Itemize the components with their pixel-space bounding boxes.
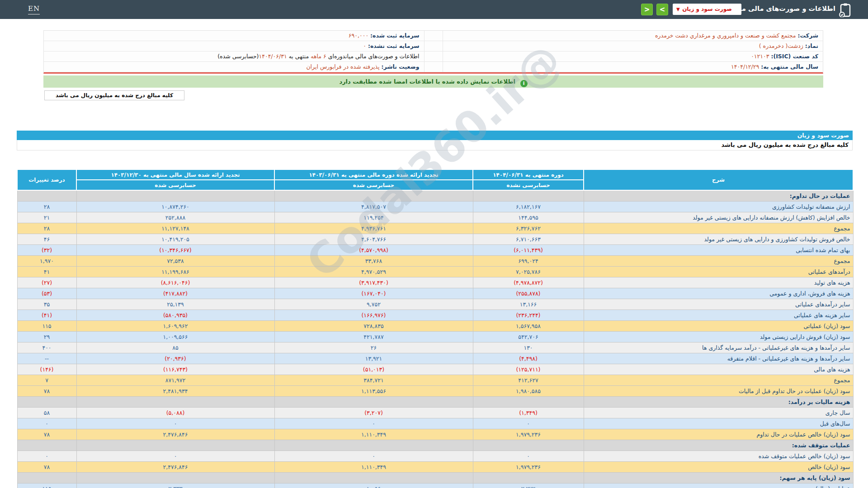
value-1404: ۱۴۴,۵۹۵ bbox=[473, 212, 584, 223]
value-1403-yr: (۲۰,۹۳۶) bbox=[76, 353, 274, 364]
pct-change bbox=[17, 440, 76, 450]
value-1403-6m bbox=[274, 440, 473, 450]
row-label: سود (زیان) خالص عملیات متوقف شده bbox=[584, 450, 853, 461]
value-1404: (۲۵۵,۸۷۸) bbox=[473, 288, 584, 299]
top-navigation-bar: EN اطلاعات و صورت‌های مالی میاندوره‌ای ص… bbox=[0, 0, 868, 19]
pct-change: ۲۸ bbox=[17, 223, 76, 234]
value-1403-yr: ۱۰,۸۷۴,۲۶۰ bbox=[76, 201, 274, 212]
company-info-cell: کد صنعت (ISIC): ۰۱۲۱۰۳ bbox=[443, 52, 823, 62]
value-1404: (۱۲۵,۷۱۱) bbox=[473, 364, 584, 375]
previous-statement-button[interactable]: < bbox=[641, 4, 653, 15]
row-label: مجموع bbox=[584, 255, 853, 266]
info-icon: i bbox=[520, 80, 528, 87]
report-type-value: صورت سود و زیان bbox=[682, 6, 732, 12]
col-subheader-1403-yr-audit: حسابرسی شده bbox=[76, 180, 274, 190]
value-1403-6m: (۱۶۶,۹۷۶) bbox=[274, 310, 473, 320]
table-row: هزینه های فروش، اداری و عمومی(۲۵۵,۸۷۸)(۱… bbox=[17, 288, 853, 299]
next-statement-button[interactable]: > bbox=[656, 4, 668, 15]
pct-change bbox=[17, 190, 76, 201]
value-1403-6m: ۷۲۸,۸۳۵ bbox=[274, 320, 473, 331]
pct-change: ۱,۹۷۰ bbox=[17, 255, 76, 266]
value-1404: (۴,۴۹۸) bbox=[473, 353, 584, 364]
value-1403-6m: ۱,۰۵۶ bbox=[274, 483, 473, 488]
row-label: عملیاتی (ریال) bbox=[584, 483, 853, 488]
pct-change: ۲۸ bbox=[17, 201, 76, 212]
col-header-1404[interactable]: دوره منتهی به ۱۴۰۴/۰۶/۳۱ bbox=[473, 169, 584, 180]
pct-change: ۱۱۵ bbox=[17, 483, 76, 488]
company-info-cell: نماد: زدشت( دخرمدره ) bbox=[443, 41, 823, 52]
value-1403-6m bbox=[274, 472, 473, 483]
pct-change: ۲۱ bbox=[17, 212, 76, 223]
value-1404: ۱۳,۱۶۶ bbox=[473, 299, 584, 310]
value-1404: (۶,۰۱۱,۴۳۹) bbox=[473, 244, 584, 255]
value-1403-6m: (۴,۵۷۰,۹۹۸) bbox=[274, 244, 473, 255]
value-1404: ۶۹۹,۰۲۴ bbox=[473, 255, 584, 266]
pct-change bbox=[17, 472, 76, 483]
table-row: سایر درآمدها و هزینه های غیرعملیاتی - اق… bbox=[17, 353, 853, 364]
company-info-cell: شرکت: مجتمع کشت و صنعت و دامپروري و مرغد… bbox=[443, 31, 823, 41]
value-1404: ۲,۲۷۲ bbox=[473, 483, 584, 488]
row-label: سایر درآمدها و هزینه های غیرعملیاتی - اق… bbox=[584, 353, 853, 364]
statement-title-bar: صورت سود و زیان bbox=[17, 131, 853, 140]
pct-change: ۷۸ bbox=[17, 385, 76, 396]
chevron-left-icon: < bbox=[644, 5, 650, 14]
row-label: مجموع bbox=[584, 375, 853, 385]
value-1404: ۰ bbox=[473, 418, 584, 429]
value-1403-yr: ۷۲,۵۳۸ bbox=[76, 255, 274, 266]
company-info-cell: سال مالی منتهی به: ۱۴۰۴/۱۲/۲۹ bbox=[443, 62, 823, 72]
section-row: عملیات در حال تداوم: bbox=[17, 190, 853, 201]
col-header-pct-change[interactable]: درصد تغییرات bbox=[17, 169, 76, 190]
row-label: خالص فروش تولیدات کشاورزی و دارایی های ز… bbox=[584, 234, 853, 244]
value-1403-yr: (۱۰,۳۴۶,۶۶۷) bbox=[76, 244, 274, 255]
col-header-1403-6m[interactable]: تجدید ارائه شده دوره مالی منتهی به ۱۴۰۳/… bbox=[274, 169, 473, 180]
value-1403-yr bbox=[76, 396, 274, 407]
value-1404: ۷,۰۲۵,۷۸۶ bbox=[473, 266, 584, 277]
value-1403-yr bbox=[76, 190, 274, 201]
signed-info-alert-text: اطلاعات نمایش داده شده با اطلاعات امضا ش… bbox=[339, 78, 515, 85]
value-1403-6m: (۵۱,۰۱۳) bbox=[274, 364, 473, 375]
value-1403-yr: (۴۱۷,۸۸۲) bbox=[76, 288, 274, 299]
language-en-link[interactable]: EN bbox=[28, 5, 40, 14]
value-1403-yr bbox=[76, 440, 274, 450]
report-type-dropdown[interactable]: صورت سود و زیان ▼ bbox=[673, 4, 741, 15]
section-row: عملیات متوقف شده: bbox=[17, 440, 853, 450]
value-1403-yr: ۲,۴۷۶,۸۴۶ bbox=[76, 429, 274, 440]
value-1403-6m: ۲۶ bbox=[274, 342, 473, 353]
pct-change: ۵۸ bbox=[17, 407, 76, 418]
table-row: عملیاتی (ریال)۲,۲۷۲۱,۰۵۶۲,۳۳۳۱۱۵ bbox=[17, 483, 853, 488]
company-info-cell: وضعیت ناشر: پذیرفته شده در فرابورس ایران bbox=[44, 62, 424, 72]
table-row: هزینه های مالی(۱۲۵,۷۱۱)(۵۱,۰۱۳)(۱۱۶,۷۴۳)… bbox=[17, 364, 853, 375]
value-1404: ۴۱۲,۶۲۷ bbox=[473, 375, 584, 385]
company-info-cell: سرمایه ثبت شده: ۶۹۰,۰۰۰ bbox=[44, 31, 424, 41]
row-label: هزینه های مالی bbox=[584, 364, 853, 375]
value-1403-yr: ۱۱,۱۲۷,۱۴۸ bbox=[76, 223, 274, 234]
col-header-description[interactable]: شرح bbox=[584, 169, 853, 190]
value-1404 bbox=[473, 472, 584, 483]
profit-loss-table: شرح دوره منتهی به ۱۴۰۴/۰۶/۳۱ تجدید ارائه… bbox=[17, 169, 854, 488]
value-1404: ۶,۳۲۶,۷۶۲ bbox=[473, 223, 584, 234]
table-row: بهای تمام شده انتسابی(۶,۰۱۱,۴۳۹)(۴,۵۷۰,۹… bbox=[17, 244, 853, 255]
value-1404: ۰ bbox=[473, 450, 584, 461]
section-row: سود (زیان) پایه هر سهم: bbox=[17, 472, 853, 483]
value-1403-yr: (۸,۶۱۶,۰۴۶) bbox=[76, 277, 274, 288]
value-1403-6m: ۱۳,۹۲۱ bbox=[274, 353, 473, 364]
pct-change: (۳۲) bbox=[17, 244, 76, 255]
table-row: سود (زیان) فروش دارایی زیستی مولد۵۴۲,۷۰۶… bbox=[17, 331, 853, 342]
row-label: هزینه های فروش، اداری و عمومی bbox=[584, 288, 853, 299]
row-label: هزینه های تولید bbox=[584, 277, 853, 288]
pct-change: ۲۹ bbox=[17, 331, 76, 342]
value-1404: ۱,۹۷۹,۲۳۶ bbox=[473, 429, 584, 440]
value-1404: ۱,۹۸۰,۵۸۵ bbox=[473, 385, 584, 396]
value-1403-yr: ۸۵ bbox=[76, 342, 274, 353]
value-1404 bbox=[473, 396, 584, 407]
table-row: سال‌های قبل۰۰۰۰ bbox=[17, 418, 853, 429]
value-1403-6m bbox=[274, 396, 473, 407]
col-subheader-1404-audit: حسابرسی نشده bbox=[473, 180, 584, 190]
col-header-1403-yr[interactable]: تجدید ارائه شده سال مالی منتهی به ۱۴۰۳/۱… bbox=[76, 169, 274, 180]
table-row: مجموع۴۱۲,۶۲۷۳۸۴,۷۲۱۸۷۱,۹۷۲۷ bbox=[17, 375, 853, 385]
value-1403-6m: (۱۶۷,۰۴۰) bbox=[274, 288, 473, 299]
table-row: سایر درآمدها و هزینه های غیرعملیاتی - در… bbox=[17, 342, 853, 353]
row-label: عملیات متوقف شده: bbox=[584, 440, 853, 450]
value-1403-yr: ۰ bbox=[76, 418, 274, 429]
table-row: سال جاری(۱,۳۴۹)(۳,۲۰۷)(۵,۰۸۸)۵۸ bbox=[17, 407, 853, 418]
